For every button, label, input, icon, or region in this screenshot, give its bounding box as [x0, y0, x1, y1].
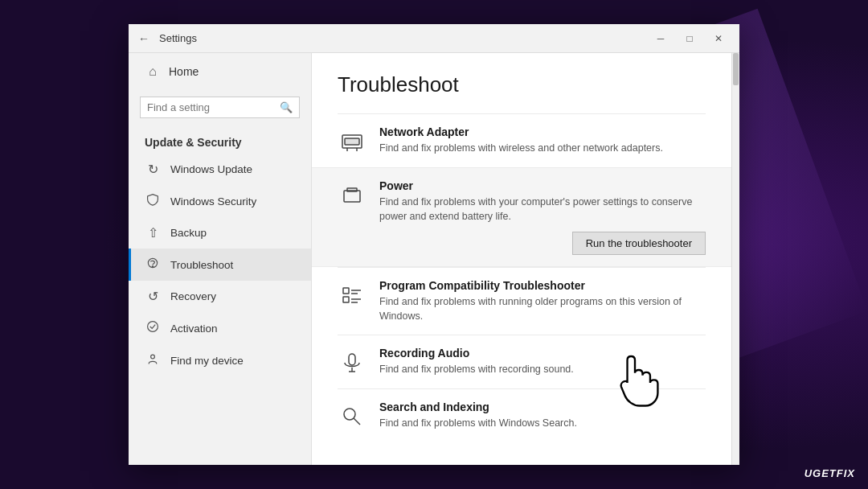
- search-box[interactable]: 🔍: [140, 97, 300, 118]
- power-text: Power Find and fix problems with your co…: [379, 179, 706, 255]
- sidebar-item-label: Find my device: [170, 355, 244, 367]
- recording-audio-icon: [338, 348, 366, 377]
- settings-window: ← Settings ─ □ ✕ ⌂ Home 🔍 Update & Secur…: [129, 24, 739, 465]
- network-adapter-text: Network Adapter Find and fix problems wi…: [379, 125, 706, 156]
- recovery-icon: ↺: [145, 289, 161, 304]
- minimize-button[interactable]: ─: [649, 30, 672, 47]
- sidebar-item-find-my-device[interactable]: Find my device: [129, 344, 311, 376]
- sidebar-item-label: Backup: [170, 227, 207, 239]
- svg-rect-16: [349, 354, 355, 365]
- network-adapter-icon: [338, 127, 366, 156]
- run-troubleshooter-button[interactable]: Run the troubleshooter: [572, 232, 706, 255]
- search-input[interactable]: [147, 101, 275, 113]
- window-title: Settings: [159, 32, 649, 44]
- window-body: ⌂ Home 🔍 Update & Security ↻ Windows Upd…: [129, 53, 739, 465]
- scrollbar-track[interactable]: [731, 53, 739, 465]
- svg-rect-5: [345, 138, 359, 145]
- windows-update-icon: ↻: [145, 162, 161, 177]
- troubleshoot-item-recording-audio[interactable]: Recording Audio Find and fix problems wi…: [338, 335, 706, 388]
- page-title: Troubleshoot: [338, 72, 706, 97]
- troubleshoot-item-program-compatibility[interactable]: Program Compatibility Troubleshooter Fin…: [338, 267, 706, 335]
- svg-rect-9: [347, 188, 357, 191]
- svg-line-20: [354, 418, 360, 425]
- sidebar-item-backup[interactable]: ⇧ Backup: [129, 217, 311, 249]
- sidebar: ⌂ Home 🔍 Update & Security ↻ Windows Upd…: [129, 53, 312, 465]
- svg-point-19: [344, 409, 355, 420]
- maximize-button[interactable]: □: [678, 30, 701, 47]
- svg-rect-8: [344, 191, 360, 202]
- troubleshoot-item-search-indexing[interactable]: Search and Indexing Find and fix problem…: [338, 388, 706, 442]
- svg-point-1: [152, 266, 153, 267]
- home-icon: ⌂: [145, 64, 161, 79]
- close-button[interactable]: ✕: [707, 30, 730, 47]
- troubleshoot-icon: [145, 257, 161, 273]
- svg-rect-11: [343, 297, 349, 302]
- home-label: Home: [169, 65, 199, 78]
- svg-point-3: [151, 355, 155, 359]
- troubleshoot-item-power[interactable]: Power Find and fix problems with your co…: [312, 167, 731, 267]
- program-compatibility-desc: Find and fix problems with running older…: [379, 295, 706, 323]
- activation-icon: [145, 320, 161, 336]
- power-title: Power: [379, 179, 706, 192]
- recording-audio-text: Recording Audio Find and fix problems wi…: [379, 347, 706, 377]
- back-button[interactable]: ←: [138, 32, 149, 45]
- svg-rect-10: [343, 288, 349, 294]
- network-adapter-title: Network Adapter: [379, 125, 706, 138]
- sidebar-item-windows-update[interactable]: ↻ Windows Update: [129, 154, 311, 185]
- power-icon: [338, 181, 366, 210]
- sidebar-item-label: Recovery: [170, 290, 216, 302]
- scrollbar-thumb[interactable]: [733, 53, 739, 85]
- network-adapter-desc: Find and fix problems with wireless and …: [379, 142, 706, 156]
- troubleshoot-item-network-adapter[interactable]: Network Adapter Find and fix problems wi…: [338, 113, 706, 167]
- sidebar-item-troubleshoot[interactable]: Troubleshoot: [129, 249, 311, 281]
- sidebar-section-title: Update & Security: [129, 125, 311, 154]
- sidebar-item-label: Windows Update: [170, 163, 252, 175]
- main-panel: Troubleshoot Network Adapter Find and: [312, 53, 731, 465]
- titlebar: ← Settings ─ □ ✕: [129, 24, 739, 53]
- program-compatibility-icon: [338, 281, 366, 310]
- power-desc: Find and fix problems with your computer…: [379, 195, 706, 224]
- power-button-row: Run the troubleshooter: [379, 232, 706, 255]
- sidebar-item-label: Windows Security: [170, 195, 256, 208]
- search-indexing-title: Search and Indexing: [379, 401, 706, 413]
- window-controls: ─ □ ✕: [649, 30, 730, 47]
- svg-point-2: [148, 322, 158, 332]
- sidebar-item-recovery[interactable]: ↺ Recovery: [129, 281, 311, 312]
- search-indexing-icon: [338, 402, 366, 431]
- recording-audio-desc: Find and fix problems with recording sou…: [379, 363, 706, 377]
- backup-icon: ⇧: [145, 225, 161, 240]
- main-content: Troubleshoot Network Adapter Find and: [312, 53, 731, 462]
- search-icon: 🔍: [280, 101, 293, 113]
- search-indexing-desc: Find and fix problems with Windows Searc…: [379, 417, 706, 431]
- sidebar-item-windows-security[interactable]: Windows Security: [129, 185, 311, 217]
- sidebar-item-label: Troubleshoot: [170, 259, 233, 271]
- sidebar-item-label: Activation: [170, 323, 218, 335]
- watermark: UGETFIX: [805, 467, 855, 479]
- recording-audio-title: Recording Audio: [379, 347, 706, 360]
- program-compatibility-title: Program Compatibility Troubleshooter: [379, 279, 706, 292]
- sidebar-item-home[interactable]: ⌂ Home: [129, 53, 311, 90]
- program-compatibility-text: Program Compatibility Troubleshooter Fin…: [379, 279, 706, 323]
- find-my-device-icon: [145, 352, 161, 368]
- search-indexing-text: Search and Indexing Find and fix problem…: [379, 401, 706, 431]
- windows-security-icon: [145, 193, 161, 209]
- sidebar-item-activation[interactable]: Activation: [129, 312, 311, 344]
